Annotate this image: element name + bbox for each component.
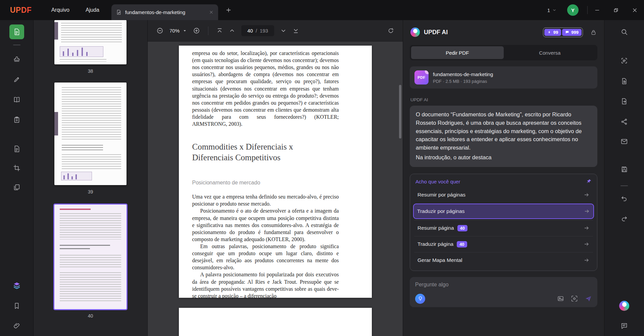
suggestions-header: Acho que você quer bbox=[414, 175, 593, 187]
updf-ai-icon[interactable] bbox=[617, 298, 632, 313]
tab-close-icon[interactable] bbox=[209, 10, 213, 14]
file-card[interactable]: PDF fundamentos-de-marketing PDF · 2.5 M… bbox=[410, 66, 597, 89]
suggestion-traduzir-por-paginas[interactable]: Traduzir por páginas bbox=[413, 204, 594, 219]
ai-credits[interactable]: 99 999 bbox=[543, 27, 583, 37]
rotate-page-icon[interactable] bbox=[388, 27, 394, 34]
mail-icon[interactable] bbox=[617, 134, 632, 149]
thumbnail-content bbox=[61, 23, 122, 42]
attach-image-icon[interactable] bbox=[557, 295, 564, 302]
save-icon[interactable] bbox=[617, 162, 632, 177]
search-icon[interactable] bbox=[617, 24, 632, 39]
thumbnail-page-number: 38 bbox=[88, 68, 93, 74]
share-icon[interactable] bbox=[617, 114, 632, 129]
thumbnail-chapter-tag bbox=[54, 112, 58, 135]
current-page: 40 bbox=[247, 28, 253, 34]
thumbnail-content bbox=[62, 87, 121, 141]
suggestion-traduzir-pagina[interactable]: Traduzir página 40 bbox=[414, 236, 593, 252]
thumbnail-chart bbox=[61, 172, 92, 180]
thumbnail-content bbox=[60, 213, 121, 239]
thumbnail-page-number: 40 bbox=[88, 313, 93, 319]
thumbnail-content bbox=[62, 154, 121, 170]
crop-tool-icon[interactable] bbox=[9, 161, 24, 175]
new-tab-button[interactable] bbox=[226, 7, 232, 13]
menu-ajuda[interactable]: Ajuda bbox=[86, 7, 99, 13]
redo-icon[interactable] bbox=[617, 212, 632, 226]
export-pages-icon[interactable] bbox=[617, 94, 632, 109]
send-icon[interactable] bbox=[585, 295, 592, 302]
suggestions-title: Acho que você quer bbox=[415, 179, 460, 184]
attachment-icon[interactable] bbox=[9, 319, 24, 333]
ask-input[interactable] bbox=[415, 282, 592, 288]
screenshot-icon[interactable] bbox=[571, 295, 578, 302]
bookmark-icon[interactable] bbox=[9, 298, 24, 313]
page-document-icon[interactable] bbox=[9, 142, 24, 156]
ai-message-text: Na introdução, o autor destaca bbox=[416, 153, 591, 162]
page-paragraph: Em outras palavras, posicionamento de pr… bbox=[192, 243, 339, 271]
last-page-icon[interactable] bbox=[293, 27, 299, 34]
page-paragraph: Posicionamento é o ato de desenvolver a … bbox=[192, 207, 339, 243]
first-page-icon[interactable] bbox=[216, 27, 223, 34]
zoom-level-dropdown[interactable]: 70% bbox=[169, 28, 187, 34]
organize-pages-icon[interactable] bbox=[9, 278, 24, 293]
convert-icon[interactable] bbox=[617, 74, 632, 89]
stamp-tool-icon[interactable] bbox=[9, 52, 24, 67]
document-tab[interactable]: fundamentos-de-marketing bbox=[111, 4, 218, 20]
menu-arquivo[interactable]: Arquivo bbox=[51, 7, 69, 13]
pdf-page-next bbox=[179, 308, 372, 336]
undo-icon[interactable] bbox=[617, 191, 632, 206]
edit-pdf-icon[interactable] bbox=[9, 72, 24, 87]
reader-mode-icon[interactable] bbox=[9, 24, 24, 39]
ai-credit-badge: 99 bbox=[544, 29, 561, 36]
idea-prompt-icon[interactable] bbox=[415, 294, 425, 304]
document-edit-icon bbox=[116, 9, 122, 15]
ocr-icon[interactable] bbox=[617, 53, 632, 68]
zoom-level: 70% bbox=[169, 28, 180, 34]
zoom-in-icon[interactable] bbox=[193, 27, 200, 34]
file-meta: PDF · 2.5 MB · 193 páginas bbox=[433, 79, 493, 84]
total-pages: 193 bbox=[260, 28, 268, 34]
page-badge: 40 bbox=[457, 225, 467, 231]
ask-input-card bbox=[410, 277, 597, 307]
caret-down-icon bbox=[183, 29, 187, 33]
viewer-scrollbar[interactable] bbox=[399, 44, 401, 333]
page-thumbnail-40-selected[interactable] bbox=[54, 205, 127, 309]
suggestion-gerar-mapa-mental[interactable]: Gerar Mapa Mental bbox=[414, 252, 593, 268]
page-viewer[interactable]: empresa ou do setor, localização), por c… bbox=[148, 42, 403, 336]
next-page-icon[interactable] bbox=[280, 27, 287, 34]
copy-pages-icon[interactable] bbox=[9, 180, 24, 194]
user-avatar[interactable]: Y bbox=[567, 4, 579, 16]
arrow-right-icon bbox=[584, 192, 590, 198]
page-paragraph: Uma vez que a empresa tenha definido seu… bbox=[192, 193, 339, 207]
page-thumbnail-39[interactable] bbox=[54, 82, 127, 185]
read-book-icon[interactable] bbox=[9, 92, 24, 107]
previous-page-icon[interactable] bbox=[229, 27, 235, 34]
page-thumbnail-38[interactable] bbox=[54, 20, 127, 64]
lock-icon[interactable] bbox=[590, 29, 597, 36]
thumbnail-heading bbox=[60, 248, 90, 249]
suggestion-resumir-pagina[interactable]: Resumir página 40 bbox=[414, 220, 593, 236]
form-tool-icon[interactable] bbox=[9, 112, 24, 127]
minimize-button[interactable] bbox=[588, 0, 606, 20]
pin-icon[interactable] bbox=[586, 179, 592, 184]
scrollbar-thumb[interactable] bbox=[399, 85, 401, 138]
zoom-out-icon[interactable] bbox=[156, 27, 163, 34]
restore-button[interactable] bbox=[606, 0, 625, 20]
file-name: fundamentos-de-marketing bbox=[433, 71, 493, 77]
pdf-page: empresa ou do setor, localização), por c… bbox=[179, 46, 372, 298]
window-count-dropdown[interactable]: 1 bbox=[547, 7, 556, 13]
comment-icon[interactable] bbox=[617, 319, 632, 333]
toolbar-divider bbox=[208, 26, 208, 35]
tab-pedir-pdf[interactable]: Pedir PDF bbox=[411, 46, 504, 59]
page-indicator[interactable]: 40 / 193 bbox=[241, 25, 274, 36]
updf-ai-logo-icon bbox=[410, 27, 420, 37]
rail-divider bbox=[13, 45, 20, 45]
suggestions-card: Acho que você quer Resumir por páginas T… bbox=[410, 174, 597, 271]
ai-mode-tabs: Pedir PDF Conversa bbox=[410, 45, 597, 60]
arrow-right-icon bbox=[584, 225, 590, 231]
suggestion-resumir-por-paginas[interactable]: Resumir por páginas bbox=[414, 187, 593, 203]
thumbnail-chapter-tag bbox=[54, 22, 58, 40]
close-button[interactable] bbox=[625, 0, 644, 20]
tab-conversa[interactable]: Conversa bbox=[504, 46, 596, 59]
window-count: 1 bbox=[547, 7, 550, 13]
thumbnail-caption bbox=[60, 59, 106, 62]
